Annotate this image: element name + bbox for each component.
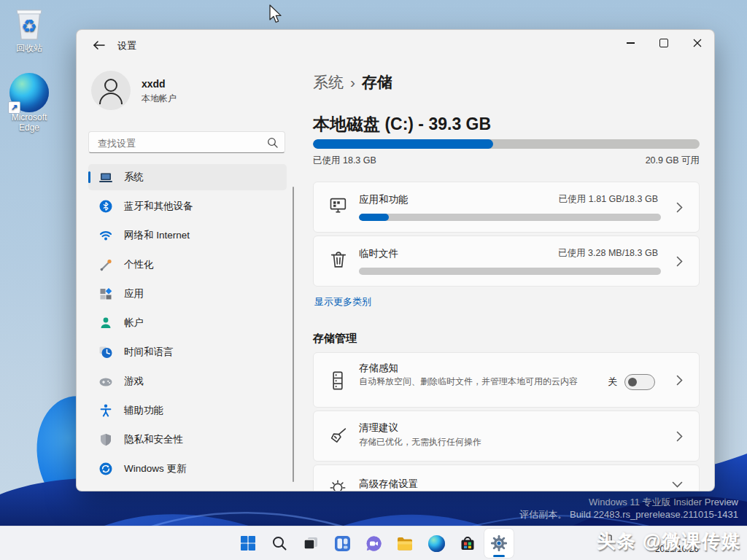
card-advanced-storage[interactable]: 高级存储设置 <box>313 464 700 491</box>
sync-icon <box>98 462 113 476</box>
creator-watermark: 头条 @微课传媒 <box>597 529 741 553</box>
disk-free-label: 20.9 GB 可用 <box>646 155 700 167</box>
search-icon <box>267 137 278 148</box>
card-title: 应用和功能 <box>359 193 409 206</box>
sidebar-item-personalization[interactable]: 个性化 <box>88 252 287 278</box>
laptop-icon <box>98 170 113 184</box>
chevron-right-icon <box>676 431 683 442</box>
sidebar-item-apps[interactable]: 应用 <box>88 281 287 307</box>
sidebar-item-accounts[interactable]: 帐户 <box>88 310 287 336</box>
sidebar-item-label: 时间和语言 <box>124 346 174 359</box>
brush-icon <box>98 257 113 272</box>
breadcrumb-current: 存储 <box>362 74 392 90</box>
accessibility-icon <box>98 403 113 418</box>
disk-usage-fill <box>313 139 493 149</box>
card-cleanup-recommendations[interactable]: 清理建议 存储已优化，无需执行任何操作 <box>313 411 700 462</box>
gamepad-icon <box>98 374 113 389</box>
desktop-icon-label: 回收站 <box>1 42 58 55</box>
wifi-icon <box>98 228 113 243</box>
windows-logo-icon <box>240 535 256 551</box>
shield-icon <box>98 432 113 447</box>
taskbar-chat-button[interactable] <box>359 529 388 558</box>
card-usage: 已使用 1.81 GB/18.3 GB <box>559 193 658 206</box>
apps-usage-bar <box>359 214 661 221</box>
chevron-right-icon <box>676 375 683 386</box>
card-desc: 存储已优化，无需执行任何操作 <box>359 436 578 448</box>
taskbar-edge-button[interactable] <box>422 529 451 558</box>
taskbar-task-view-button[interactable] <box>296 529 325 558</box>
avatar[interactable] <box>91 71 131 110</box>
clock-icon <box>98 345 113 359</box>
sidebar-scrollbar[interactable] <box>293 187 294 482</box>
taskbar-store-button[interactable] <box>453 529 482 558</box>
sidebar-item-gaming[interactable]: 游戏 <box>88 368 287 394</box>
sidebar-item-bluetooth-devices[interactable]: 蓝牙和其他设备 <box>88 193 287 219</box>
disk-used-label: 已使用 18.3 GB <box>313 155 376 167</box>
disk-title: 本地磁盘 (C:) - 39.3 GB <box>313 113 491 136</box>
back-button[interactable] <box>88 36 110 55</box>
window-title: 设置 <box>117 39 136 52</box>
card-title: 清理建议 <box>359 421 398 435</box>
card-title: 高级存储设置 <box>359 478 418 491</box>
desktop-icon-edge[interactable]: ↗ Microsoft Edge <box>1 73 58 133</box>
edge-icon: ↗ <box>9 73 49 112</box>
taskbar-start-button[interactable] <box>233 529 263 558</box>
apps-usage-fill <box>359 214 389 221</box>
sidebar-item-windows-update[interactable]: Windows 更新 <box>88 456 287 482</box>
gear-icon <box>328 478 347 491</box>
recycle-bin-icon: ♻ <box>12 7 46 42</box>
temp-usage-bar <box>359 268 661 275</box>
account-icon <box>98 316 113 330</box>
sidebar-item-label: Windows 更新 <box>124 462 187 475</box>
main-pane: 系统›存储 本地磁盘 (C:) - 39.3 GB 已使用 18.3 GB 20… <box>313 30 700 491</box>
insider-watermark: Windows 11 专业版 Insider Preview 评估副本。 Bui… <box>519 496 738 521</box>
taskbar-settings-button[interactable] <box>484 529 514 558</box>
sidebar-item-privacy-security[interactable]: 隐私和安全性 <box>88 427 287 453</box>
taskbar-file-explorer-button[interactable] <box>390 529 419 558</box>
sidebar-nav: 系统 蓝牙和其他设备 网络和 Internet 个性化 应用 帐户 时间和语言 <box>88 164 287 485</box>
disk-usage-bar <box>313 139 700 149</box>
bluetooth-icon <box>98 199 113 214</box>
chevron-down-icon <box>672 481 683 488</box>
chat-icon <box>365 535 382 552</box>
taskbar-search-button[interactable] <box>265 529 294 558</box>
sidebar-item-label: 网络和 Internet <box>124 229 190 242</box>
toggle-knob <box>628 378 637 386</box>
sidebar-item-label: 游戏 <box>124 375 144 388</box>
section-title: 存储管理 <box>313 332 357 346</box>
desktop-icon-label: Microsoft Edge <box>1 112 58 133</box>
sidebar-item-label: 蓝牙和其他设备 <box>124 200 193 213</box>
toggle-state-label: 关 <box>608 376 617 389</box>
task-view-icon <box>302 534 320 552</box>
sidebar-item-label: 帐户 <box>124 316 144 330</box>
search-icon <box>271 535 287 551</box>
shortcut-arrow-icon: ↗ <box>8 101 20 114</box>
chevron-right-icon <box>676 256 683 267</box>
sidebar-item-time-language[interactable]: 时间和语言 <box>88 339 287 365</box>
show-more-link[interactable]: 显示更多类别 <box>314 295 371 308</box>
taskbar-widgets-button[interactable] <box>328 529 357 558</box>
desktop-icon-recycle-bin[interactable]: ♻ 回收站 <box>1 7 58 55</box>
settings-window: 设置 xxdd 本地帐户 系统 蓝牙和其他设备 网络和 <box>76 29 715 491</box>
mouse-cursor <box>268 4 283 25</box>
card-storage-sense[interactable]: 存储感知 自动释放空间、删除临时文件，并管理本地可用的云内容 关 <box>313 352 700 408</box>
breadcrumb-parent[interactable]: 系统 <box>313 74 344 90</box>
store-icon <box>459 534 476 552</box>
search-input[interactable] <box>96 133 260 153</box>
card-title: 存储感知 <box>359 362 398 375</box>
sidebar-item-system[interactable]: 系统 <box>88 164 287 190</box>
widgets-icon <box>334 535 351 552</box>
trash-icon <box>328 249 349 270</box>
apps-monitor-icon <box>328 195 349 216</box>
sidebar-item-accessibility[interactable]: 辅助功能 <box>88 397 287 424</box>
search-box[interactable] <box>88 131 285 153</box>
storage-sense-toggle[interactable] <box>624 374 655 390</box>
card-usage: 已使用 3.28 MB/18.3 GB <box>558 247 658 260</box>
sidebar-item-label: 辅助功能 <box>124 404 163 417</box>
breadcrumb: 系统›存储 <box>313 72 392 93</box>
sidebar-item-network-internet[interactable]: 网络和 Internet <box>88 222 287 249</box>
card-title: 临时文件 <box>359 247 398 260</box>
card-apps-features[interactable]: 应用和功能 已使用 1.81 GB/18.3 GB <box>313 182 700 233</box>
card-temp-files[interactable]: 临时文件 已使用 3.28 MB/18.3 GB <box>313 236 700 287</box>
file-explorer-icon <box>396 534 414 552</box>
